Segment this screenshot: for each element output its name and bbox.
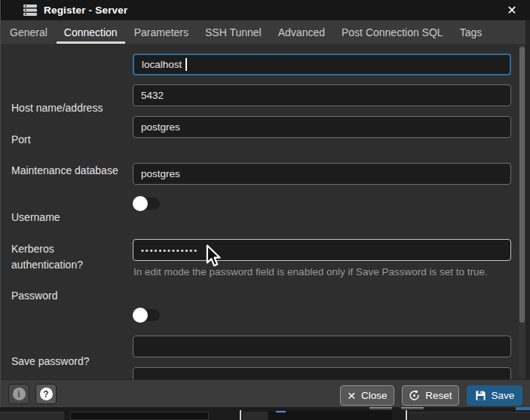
save-password-label: Save password? <box>11 354 126 369</box>
background-separator <box>406 410 407 420</box>
save-button-label: Save <box>492 390 515 401</box>
close-x-icon: ✕ <box>347 391 356 401</box>
dialog-tabbar: General Connection Parameters SSH Tunnel… <box>1 20 525 44</box>
background-fragment <box>269 411 392 420</box>
reset-button-label: Reset <box>425 390 452 401</box>
dialog-scrollbar[interactable] <box>519 45 525 377</box>
reset-icon <box>409 390 420 401</box>
password-helper-text: In edit mode the password field is enabl… <box>133 264 514 281</box>
password-input[interactable] <box>133 239 511 261</box>
background-separator <box>240 410 241 420</box>
port-label: Port <box>11 132 126 148</box>
maintenance-db-input[interactable] <box>133 116 511 138</box>
background-button-fragment <box>516 407 530 410</box>
tab-connection[interactable]: Connection <box>56 20 126 44</box>
password-label: Password <box>11 288 126 304</box>
username-label: Username <box>11 210 126 225</box>
background-button-fragment <box>369 407 392 409</box>
tab-post-connection-sql[interactable]: Post Connection SQL <box>333 20 452 44</box>
dialog-title: Register - Server <box>44 5 127 16</box>
toggle-knob <box>133 196 148 211</box>
dialog-footer: i ? ✕ Close Reset <box>1 379 530 407</box>
scrollbar-thumb[interactable] <box>519 47 525 323</box>
tab-tags[interactable]: Tags <box>452 20 491 44</box>
background-window-edge <box>525 20 530 407</box>
background-fragment <box>409 412 530 420</box>
username-input[interactable] <box>133 163 511 185</box>
reset-button[interactable]: Reset <box>402 385 459 406</box>
port-input[interactable] <box>133 84 511 106</box>
host-input[interactable] <box>133 54 511 75</box>
role-input[interactable] <box>133 336 511 357</box>
server-icon <box>23 5 37 16</box>
background-fragment <box>70 412 209 420</box>
kerberos-toggle[interactable] <box>134 198 160 210</box>
tab-parameters[interactable]: Parameters <box>126 20 197 44</box>
background-active-tab-accent <box>276 411 286 412</box>
close-icon[interactable]: ✕ <box>504 2 520 19</box>
background-button-fragment <box>401 407 424 409</box>
toggle-knob <box>133 308 148 323</box>
close-button[interactable]: ✕ Close <box>340 385 394 406</box>
register-server-dialog: Register - Server ✕ General Connection P… <box>0 0 530 407</box>
tab-advanced[interactable]: Advanced <box>270 20 333 44</box>
text-caret <box>185 58 187 71</box>
background-window-strip <box>0 407 530 420</box>
dialog-titlebar[interactable]: Register - Server ✕ <box>1 0 530 20</box>
help-icon: ? <box>40 388 53 400</box>
service-input[interactable] <box>133 367 511 379</box>
connection-form: Host name/address Port Maintenance datab… <box>1 44 530 379</box>
screen: Register - Server ✕ General Connection P… <box>0 0 530 420</box>
save-button[interactable]: Save <box>467 385 522 406</box>
maintenance-db-label: Maintenance database <box>11 163 126 179</box>
info-icon: i <box>13 388 26 400</box>
save-password-toggle[interactable] <box>134 309 160 321</box>
tab-ssh-tunnel[interactable]: SSH Tunnel <box>197 20 270 44</box>
background-fragment <box>0 412 64 420</box>
background-fragment <box>243 412 268 420</box>
tab-general[interactable]: General <box>2 20 56 44</box>
help-button[interactable]: ? <box>35 384 57 404</box>
sql-info-button[interactable]: i <box>8 384 29 404</box>
kerberos-label: Kerberos authentication? <box>11 241 126 273</box>
save-floppy-icon <box>475 390 486 401</box>
close-button-label: Close <box>361 390 388 401</box>
host-label: Host name/address <box>11 100 126 116</box>
